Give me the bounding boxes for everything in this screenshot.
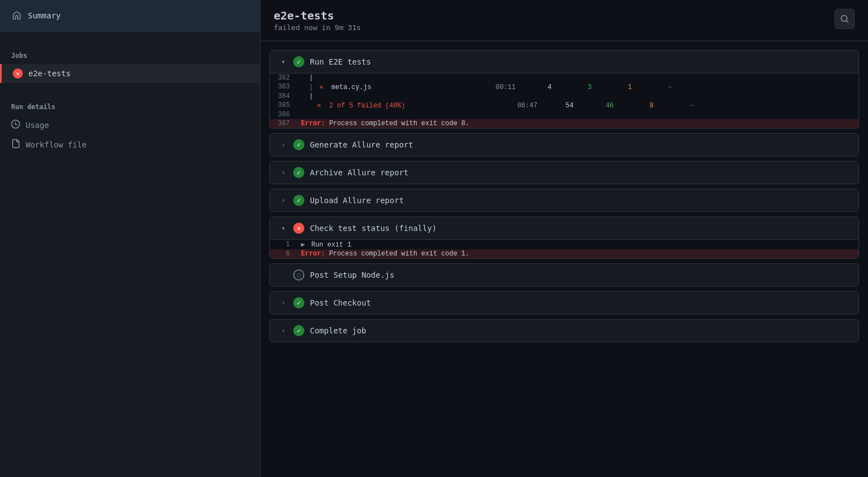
step-run-e2e-label: Run E2E tests <box>310 57 850 66</box>
step-check-status-label: Check test status (finally) <box>310 224 850 233</box>
step-run-e2e-body: 382 | 383 | ✕ meta.cy.js 00:11 4 3 <box>270 73 859 128</box>
steps-list: ▾ ✓ Run E2E tests 382 | 383 <box>260 41 868 477</box>
fail-icon: ✕ <box>13 68 23 78</box>
step-generate-allure-label: Generate Allure report <box>310 140 850 149</box>
step-complete-job: › ✓ Complete job <box>269 319 859 342</box>
workflow-icon <box>11 139 20 150</box>
success-icon: ✓ <box>293 56 304 67</box>
main-header: e2e-tests failed now in 9m 31s <box>260 0 868 41</box>
sidebar: Summary Jobs ✕ e2e-tests Run details Usa… <box>0 0 260 477</box>
job-item-e2e[interactable]: ✕ e2e-tests <box>0 64 260 83</box>
chevron-right-icon: › <box>279 327 288 335</box>
summary-link[interactable]: Summary <box>0 0 260 32</box>
step-upload-allure: › ✓ Upload Allure report <box>269 189 859 212</box>
success-icon: ✓ <box>293 325 304 336</box>
success-icon: ✓ <box>293 167 304 178</box>
log-line-error: 387 Error: Process completed with exit c… <box>270 119 859 128</box>
log-line: 1 ▶ Run exit 1 <box>270 240 859 249</box>
step-run-e2e: ▾ ✓ Run E2E tests 382 | 383 <box>269 50 859 129</box>
step-post-setup-node-header[interactable]: › ○ Post Setup Node.js <box>270 264 859 286</box>
neutral-icon: ○ <box>293 269 304 281</box>
step-generate-allure: › ✓ Generate Allure report <box>269 133 859 156</box>
step-archive-allure: › ✓ Archive Allure report <box>269 161 859 184</box>
page-subtitle: failed now in 9m 31s <box>274 23 361 32</box>
step-check-status-body: 1 ▶ Run exit 1 6 Error: Process complete… <box>270 240 859 258</box>
log-line-error: 6 Error: Process completed with exit cod… <box>270 249 859 258</box>
step-complete-job-label: Complete job <box>310 326 850 335</box>
chevron-down-icon: ▾ <box>279 58 288 66</box>
step-archive-allure-header[interactable]: › ✓ Archive Allure report <box>270 161 859 184</box>
chevron-right-icon: › <box>279 141 288 149</box>
step-generate-allure-header[interactable]: › ✓ Generate Allure report <box>270 134 859 156</box>
step-post-setup-node: › ○ Post Setup Node.js <box>269 263 859 287</box>
clock-icon <box>11 120 20 130</box>
step-archive-allure-label: Archive Allure report <box>310 168 850 177</box>
chevron-right-icon: › <box>279 196 288 204</box>
job-label: e2e-tests <box>28 69 71 78</box>
usage-label: Usage <box>26 121 49 130</box>
chevron-right-icon: › <box>279 169 288 176</box>
log-line: 386 <box>270 110 859 119</box>
summary-label: Summary <box>28 11 61 20</box>
header-info: e2e-tests failed now in 9m 31s <box>274 9 361 32</box>
page-title: e2e-tests <box>274 9 361 22</box>
success-icon: ✓ <box>293 297 304 308</box>
chevron-right-icon: › <box>279 299 288 307</box>
step-upload-allure-header[interactable]: › ✓ Upload Allure report <box>270 189 859 212</box>
empty-chevron: › <box>279 271 288 279</box>
jobs-section: Jobs ✕ e2e-tests <box>0 43 260 83</box>
log-line: 384 | <box>270 92 859 101</box>
workflow-file-label: Workflow file <box>26 140 87 149</box>
home-icon <box>11 10 22 21</box>
success-icon: ✓ <box>293 139 304 150</box>
jobs-section-label: Jobs <box>0 43 260 64</box>
main-panel: e2e-tests failed now in 9m 31s ▾ ✓ Run E… <box>260 0 868 477</box>
log-line: 385 ✕ 2 of 5 failed (40%) 06:47 54 46 8 … <box>270 101 859 110</box>
search-button[interactable] <box>835 9 855 29</box>
step-post-setup-node-label: Post Setup Node.js <box>310 271 850 279</box>
step-post-checkout-label: Post Checkout <box>310 298 850 307</box>
usage-link[interactable]: Usage <box>0 115 260 135</box>
step-upload-allure-label: Upload Allure report <box>310 196 850 205</box>
chevron-down-icon: ▾ <box>279 224 288 232</box>
step-post-checkout-header[interactable]: › ✓ Post Checkout <box>270 292 859 314</box>
step-complete-job-header[interactable]: › ✓ Complete job <box>270 319 859 342</box>
success-icon: ✓ <box>293 195 304 206</box>
step-check-status: ▾ ✕ Check test status (finally) 1 ▶ Run … <box>269 217 859 259</box>
run-details-label: Run details <box>0 94 260 115</box>
log-line: 382 | <box>270 73 859 82</box>
step-post-checkout: › ✓ Post Checkout <box>269 291 859 314</box>
step-check-status-header[interactable]: ▾ ✕ Check test status (finally) <box>270 217 859 240</box>
fail-icon: ✕ <box>293 223 304 234</box>
log-line: 383 | ✕ meta.cy.js 00:11 4 3 1 – <box>270 82 859 92</box>
step-run-e2e-header[interactable]: ▾ ✓ Run E2E tests <box>270 51 859 73</box>
workflow-file-link[interactable]: Workflow file <box>0 135 260 154</box>
run-details-section: Run details Usage Workflow file <box>0 94 260 154</box>
